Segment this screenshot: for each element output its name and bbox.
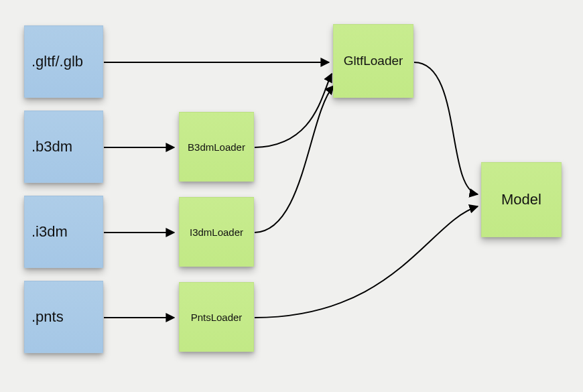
node-format-pnts: .pnts [24, 281, 103, 353]
node-label: .i3dm [31, 223, 68, 241]
node-loader-i3dm: I3dmLoader [179, 197, 254, 267]
node-label: .b3dm [31, 138, 72, 155]
node-output-model: Model [481, 162, 562, 237]
node-format-i3dm: .i3dm [24, 196, 103, 268]
edge-i3dmloader-to-gltfloader [255, 86, 334, 233]
edge-pntsloader-to-model [255, 206, 478, 318]
edge-b3dmloader-to-gltfloader [255, 74, 332, 147]
node-label: .gltf/.glb [31, 53, 83, 70]
node-loader-b3dm: B3dmLoader [179, 112, 254, 182]
node-label: .pnts [31, 308, 64, 326]
node-loader-gltf: GltfLoader [333, 24, 413, 98]
node-loader-pnts: PntsLoader [179, 282, 254, 352]
node-format-gltf-glb: .gltf/.glb [24, 25, 103, 98]
diagram-canvas: .gltf/.glb .b3dm .i3dm .pnts B3dmLoader … [0, 0, 583, 392]
node-label: Model [501, 191, 541, 208]
node-label: PntsLoader [191, 312, 243, 323]
edge-gltfloader-to-model [414, 62, 478, 194]
node-label: I3dmLoader [190, 226, 243, 238]
node-label: GltfLoader [344, 54, 403, 68]
node-format-b3dm: .b3dm [24, 111, 103, 183]
node-label: B3dmLoader [188, 141, 245, 153]
